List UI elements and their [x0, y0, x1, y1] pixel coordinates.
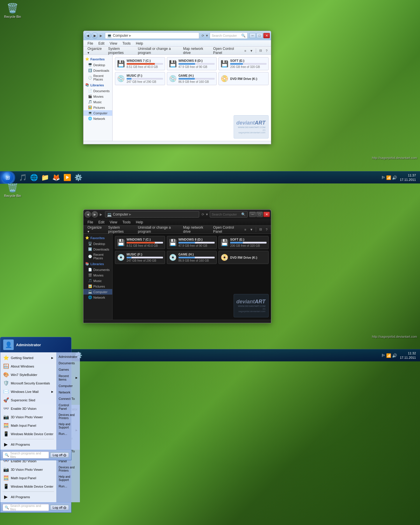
- nav-pictures-1[interactable]: 🖼️ Pictures: [83, 105, 112, 110]
- taskbar-control-1[interactable]: ⚙️: [73, 172, 83, 183]
- maximize-button-1[interactable]: □: [256, 33, 263, 38]
- nav-computer-1[interactable]: 💻 Computer: [83, 110, 112, 116]
- nav-movies-2[interactable]: 🎬 Movies: [83, 272, 112, 278]
- close-button-1[interactable]: ✕: [263, 33, 270, 38]
- taskbar-wmp-1[interactable]: ▶️: [62, 172, 72, 183]
- view-list-icon-2[interactable]: ≡: [243, 227, 248, 232]
- maximize-button-2[interactable]: □: [256, 212, 263, 217]
- logoff-btn-2[interactable]: Log off ⏻: [50, 452, 69, 458]
- mi-all-programs-2[interactable]: ▶ All Programs: [0, 440, 56, 449]
- search-box-1[interactable]: 🔍 Search programs and files: [3, 504, 49, 511]
- recycle-bin-icon-bottom[interactable]: 🗑️ Recycle Bin: [2, 181, 23, 197]
- mr-games-2[interactable]: Games: [56, 366, 80, 373]
- control-panel-btn-2[interactable]: Open Control Panel: [211, 225, 241, 234]
- taskbar-media-player-1[interactable]: 🎵: [18, 172, 28, 183]
- map-drive-btn-2[interactable]: Map network drive: [181, 225, 209, 234]
- clock-1[interactable]: 11:37 17.11.2011: [398, 173, 418, 182]
- map-drive-btn-1[interactable]: Map network drive: [181, 46, 209, 55]
- nav-music-1[interactable]: 🎵 Music: [83, 99, 112, 105]
- search-bar-2[interactable]: Search Computer 🔍: [210, 211, 248, 218]
- start-button-1[interactable]: ⊞: [0, 172, 15, 184]
- favorites-header-1[interactable]: ⭐ Favorites: [83, 56, 112, 62]
- recycle-bin-icon-top[interactable]: 🗑️ Recycle Bin: [2, 2, 23, 18]
- mi-about-windows-2[interactable]: 🪟 About Windows: [0, 362, 56, 370]
- nav-documents-2[interactable]: 📄 Documents: [83, 267, 112, 272]
- nav-recent-1[interactable]: 🕐 Recent Places: [83, 73, 112, 82]
- address-bar-2[interactable]: 💻 Computer ▶: [105, 211, 199, 218]
- menu-edit-1[interactable]: Edit: [96, 41, 107, 46]
- nav-desktop-1[interactable]: 🖥️ Desktop: [83, 62, 112, 68]
- minimize-button-2[interactable]: ─: [249, 212, 256, 217]
- refresh-icon-1[interactable]: ⟳: [202, 34, 204, 38]
- menu-edit-2[interactable]: Edit: [96, 220, 107, 225]
- drive-k-1[interactable]: 📀 DVD RW Drive (K:): [218, 72, 269, 85]
- drive-c-2[interactable]: 💾 WINDOWS 7 (C:) 8.51 GB free of 40.0 GB: [115, 236, 165, 249]
- pane-toggle-icon-1[interactable]: ⊟: [258, 48, 263, 53]
- nav-downloads-2[interactable]: ⬇️ Downloads: [83, 246, 112, 252]
- mr-computer-2[interactable]: Computer: [56, 383, 80, 389]
- search-arrow-icon-1[interactable]: ▼: [205, 34, 209, 37]
- back-button-1[interactable]: ◀: [85, 32, 91, 39]
- search-arrow-icon-2[interactable]: ▼: [205, 213, 209, 216]
- drive-c-1[interactable]: 💾 WINDOWS 7 (C:) 8.51 GB free of 40.0 GB: [115, 57, 165, 70]
- mr-help-2[interactable]: Help and Support: [56, 421, 80, 430]
- system-props-btn-1[interactable]: System properties: [106, 46, 134, 55]
- mi-enable-3d-2[interactable]: 👓 Enable 3D Vision: [0, 404, 56, 413]
- mr-network-2[interactable]: Network: [56, 389, 80, 396]
- forward-button-1[interactable]: ▶: [92, 32, 98, 39]
- mr-connect-2[interactable]: Connect To: [56, 396, 80, 402]
- drive-d-2[interactable]: 💾 WINDOWS 8 (D:) 47.9 GB free of 90 GB: [167, 236, 217, 249]
- favorites-header-2[interactable]: ⭐ Favorites: [83, 235, 112, 241]
- menu-file-1[interactable]: File: [85, 41, 95, 46]
- drive-h-1[interactable]: 💿 GAME (H:) 86.9 GB free of 160 GB: [167, 72, 217, 85]
- drive-h-2[interactable]: 💿 GAME (H:) 86.9 GB free of 160 GB: [167, 251, 217, 264]
- mi-win-mobile-2[interactable]: 📱 Windows Mobile Device Center: [0, 430, 56, 438]
- uninstall-btn-2[interactable]: Uninstall or change a program: [136, 225, 179, 234]
- search-bar-1[interactable]: Search Computer 🔍: [210, 32, 248, 39]
- back-button-2[interactable]: ◀: [85, 211, 91, 218]
- mi-math-input-2[interactable]: 🧮 Math Input Panel: [0, 421, 56, 430]
- organize-btn-1[interactable]: Organize ▾: [85, 46, 104, 55]
- mr-run-2[interactable]: Run...: [56, 430, 80, 437]
- control-panel-btn-1[interactable]: Open Control Panel: [211, 46, 241, 55]
- mr-devices-2[interactable]: Devices and Printers: [56, 412, 80, 421]
- nav-movies-1[interactable]: 🎬 Movies: [83, 94, 112, 99]
- nav-pictures-2[interactable]: 🖼️ Pictures: [83, 284, 112, 289]
- nav-desktop-2[interactable]: 🖥️ Desktop: [83, 241, 112, 246]
- libraries-header-2[interactable]: 📚 Libraries: [83, 261, 112, 267]
- menu-tools-1[interactable]: Tools: [120, 41, 133, 46]
- refresh-icon-2[interactable]: ⟳: [202, 213, 204, 216]
- libraries-header-1[interactable]: 📚 Libraries: [83, 82, 112, 88]
- mr-documents-2[interactable]: Documents: [56, 360, 80, 366]
- mi-math-input-1[interactable]: 🧮 Math Input Panel: [0, 474, 56, 482]
- mi-all-programs-1[interactable]: ▶ All Programs: [0, 493, 56, 501]
- mi-3d-photo-1[interactable]: 📷 3D Vision Photo Viewer: [0, 465, 56, 474]
- clock-2[interactable]: 11:32 17.11.2011: [398, 351, 418, 360]
- menu-view-2[interactable]: View: [107, 220, 120, 225]
- pane-toggle-icon-2[interactable]: ⊟: [258, 227, 263, 232]
- nav-computer-2[interactable]: 💻 Computer: [83, 289, 112, 295]
- menu-view-1[interactable]: View: [107, 41, 120, 46]
- mi-getting-started-2[interactable]: ⭐ Getting Started ▶: [0, 354, 56, 362]
- drive-f-2[interactable]: 💿 MUSIC (F:) 247 GB free of 290 GB: [115, 251, 165, 264]
- forward-button-2[interactable]: ▶: [92, 211, 98, 218]
- minimize-button-1[interactable]: ─: [249, 33, 256, 38]
- mi-win-mobile-1[interactable]: 📱 Windows Mobile Device Center: [0, 482, 56, 491]
- nav-network-1[interactable]: 🌐 Network: [83, 116, 112, 121]
- organize-btn-2[interactable]: Organize ▾: [85, 225, 104, 234]
- help-icon-1[interactable]: ?: [264, 48, 269, 53]
- mr-recent-2[interactable]: Recent Items▶: [56, 373, 80, 383]
- drive-k-2[interactable]: 📀 DVD RW Drive (K:): [218, 251, 269, 264]
- help-icon-2[interactable]: ?: [264, 227, 269, 232]
- address-bar-1[interactable]: 💻 Computer ▶: [105, 32, 199, 39]
- nav-downloads-1[interactable]: ⬇️ Downloads: [83, 68, 112, 73]
- taskbar-ie-1[interactable]: 🌐: [29, 172, 39, 183]
- nav-music-2[interactable]: 🎵 Music: [83, 278, 112, 284]
- search-box-2[interactable]: 🔍 Search programs and files: [3, 452, 49, 459]
- drive-f-1[interactable]: 💿 MUSIC (F:) 247 GB free of 290 GB: [115, 72, 165, 85]
- drive-d-1[interactable]: 💾 WINDOWS 8 (D:) 47.9 GB free of 90 GB: [167, 57, 217, 70]
- mr-control-2[interactable]: Control Panel: [56, 402, 80, 412]
- menu-file-2[interactable]: File: [85, 220, 95, 225]
- taskbar-firefox-1[interactable]: 🦊: [51, 172, 61, 183]
- mi-win7-stylebuilder-2[interactable]: 🎨 Win7 StyleBuilder: [0, 370, 56, 379]
